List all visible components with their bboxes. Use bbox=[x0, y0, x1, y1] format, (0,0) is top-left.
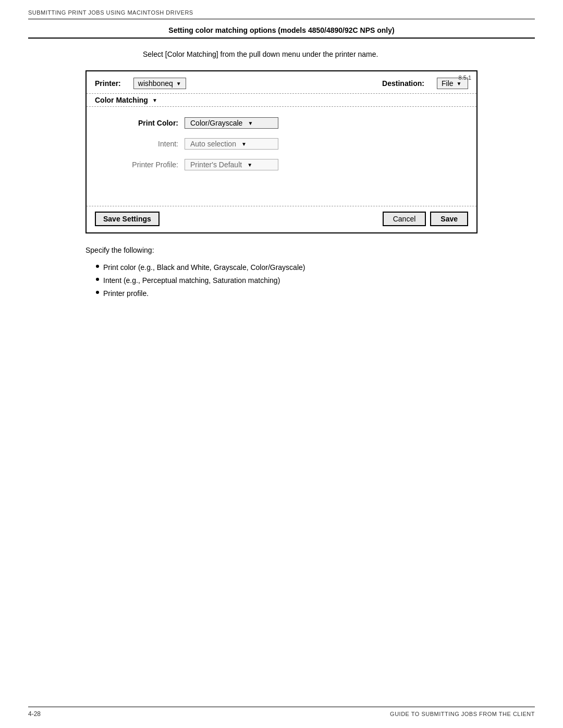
intent-dropdown[interactable]: Auto selection ▼ bbox=[185, 138, 278, 150]
printer-value: wishboneq bbox=[138, 79, 173, 88]
header-text: SUBMITTING PRINT JOBS USING MACINTOSH DR… bbox=[28, 9, 193, 16]
destination-label: Destination: bbox=[382, 79, 424, 88]
printer-profile-arrow: ▼ bbox=[247, 162, 252, 168]
save-button[interactable]: Save bbox=[430, 212, 468, 226]
bullet-text: Printer profile. bbox=[103, 287, 149, 300]
intent-value: Auto selection bbox=[190, 140, 236, 148]
color-matching-dropdown[interactable]: Color Matching ▼ bbox=[95, 96, 157, 104]
bullet-dot bbox=[96, 278, 99, 281]
printer-profile-dropdown[interactable]: Printer's Default ▼ bbox=[185, 159, 278, 170]
printer-profile-row: Printer Profile: Printer's Default ▼ bbox=[95, 159, 468, 170]
print-color-value: Color/Grayscale bbox=[190, 119, 242, 127]
print-color-label: Print Color: bbox=[95, 119, 178, 127]
color-matching-row: Color Matching ▼ bbox=[87, 93, 476, 107]
dialog-header-row: Printer: wishboneq ▼ Destination: File ▼ bbox=[87, 71, 476, 93]
bullet-dot bbox=[96, 265, 99, 268]
dialog-version: 8.5.1 bbox=[459, 75, 471, 81]
bullet-text: Print color (e.g., Black and White, Gray… bbox=[103, 261, 305, 274]
footer-guide-title: GUIDE TO SUBMITTING JOBS FROM THE CLIENT bbox=[390, 711, 535, 717]
intent-arrow: ▼ bbox=[241, 141, 247, 147]
bullet-list: Print color (e.g., Black and White, Gray… bbox=[96, 261, 535, 301]
dialog-body: Print Color: Color/Grayscale ▼ Intent: A… bbox=[87, 107, 476, 206]
main-content: Setting color matching options (models 4… bbox=[28, 26, 535, 301]
section-title: Setting color matching options (models 4… bbox=[28, 26, 535, 39]
printer-dropdown[interactable]: wishboneq ▼ bbox=[133, 78, 186, 89]
list-item: Intent (e.g., Perceptual matching, Satur… bbox=[96, 274, 535, 287]
print-color-arrow: ▼ bbox=[248, 120, 253, 126]
print-dialog: 8.5.1 Printer: wishboneq ▼ Destination: … bbox=[85, 70, 478, 233]
printer-dropdown-arrow: ▼ bbox=[176, 81, 181, 87]
intent-row: Intent: Auto selection ▼ bbox=[95, 138, 468, 150]
specify-text: Specify the following: bbox=[85, 245, 535, 256]
dialog-footer-right: Cancel Save bbox=[383, 212, 468, 226]
color-matching-label: Color Matching bbox=[95, 96, 148, 104]
intro-text: Select [Color Matching] from the pull do… bbox=[143, 49, 535, 60]
printer-profile-value: Printer's Default bbox=[190, 161, 242, 169]
printer-label: Printer: bbox=[95, 79, 121, 88]
bullet-text: Intent (e.g., Perceptual matching, Satur… bbox=[103, 274, 280, 287]
destination-dropdown-arrow: ▼ bbox=[457, 81, 462, 87]
printer-profile-label: Printer Profile: bbox=[95, 161, 178, 169]
bullet-dot bbox=[96, 291, 99, 294]
print-color-dropdown[interactable]: Color/Grayscale ▼ bbox=[185, 117, 278, 129]
page-footer: 4-28 GUIDE TO SUBMITTING JOBS FROM THE C… bbox=[28, 707, 535, 718]
save-settings-button[interactable]: Save Settings bbox=[95, 212, 160, 226]
list-item: Printer profile. bbox=[96, 287, 535, 300]
color-matching-arrow: ▼ bbox=[152, 97, 157, 103]
page-header: SUBMITTING PRINT JOBS USING MACINTOSH DR… bbox=[28, 9, 535, 19]
list-item: Print color (e.g., Black and White, Gray… bbox=[96, 261, 535, 274]
footer-page-number: 4-28 bbox=[28, 710, 41, 718]
intent-label: Intent: bbox=[95, 140, 178, 148]
cancel-button[interactable]: Cancel bbox=[383, 212, 426, 226]
dialog-footer: Save Settings Cancel Save bbox=[87, 206, 476, 232]
print-color-row: Print Color: Color/Grayscale ▼ bbox=[95, 117, 468, 129]
destination-value: File bbox=[442, 79, 454, 88]
